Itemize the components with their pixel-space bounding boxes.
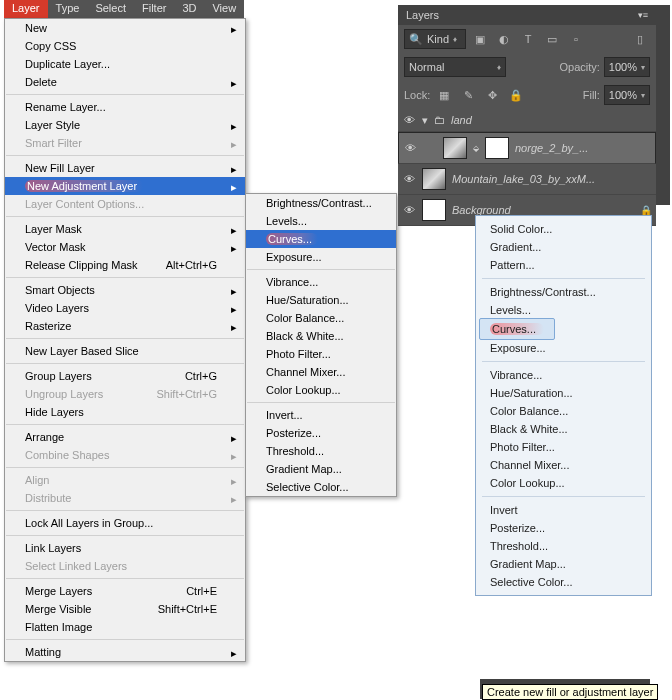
expand-icon[interactable]: ▾ (422, 114, 428, 127)
layer-thumbnail[interactable] (422, 199, 446, 221)
layer-thumbnail[interactable] (422, 168, 446, 190)
menu-item[interactable]: Threshold... (246, 442, 396, 460)
adjustment-item[interactable]: Solid Color... (476, 220, 651, 238)
menu-item[interactable]: New▸ (5, 19, 245, 37)
lock-all-icon[interactable]: 🔒 (506, 86, 526, 104)
layer-name[interactable]: Mountain_lake_03_by_xxM... (452, 173, 652, 185)
menu-item[interactable]: Delete▸ (5, 73, 245, 91)
layer-name[interactable]: norge_2_by_... (515, 142, 651, 154)
menu-item[interactable]: Selective Color... (246, 478, 396, 496)
adjustment-item[interactable]: Color Balance... (476, 402, 651, 420)
adjustment-item[interactable]: Selective Color... (476, 573, 651, 591)
adjustment-item[interactable]: Channel Mixer... (476, 456, 651, 474)
menu-item[interactable]: Hue/Saturation... (246, 291, 396, 309)
menubar-item-3d[interactable]: 3D (174, 0, 204, 18)
menu-item[interactable]: Curves... (246, 230, 396, 248)
menubar-item-type[interactable]: Type (48, 0, 88, 18)
mask-thumbnail[interactable] (485, 137, 509, 159)
menu-item[interactable]: Black & White... (246, 327, 396, 345)
menu-item[interactable]: Copy CSS (5, 37, 245, 55)
menu-item[interactable]: Brightness/Contrast... (246, 194, 396, 212)
menu-item-label: Flatten Image (25, 621, 92, 633)
menu-item[interactable]: Merge VisibleShift+Ctrl+E (5, 600, 245, 618)
filter-type-icon[interactable]: T (518, 30, 538, 48)
menu-item[interactable]: Posterize... (246, 424, 396, 442)
menu-item[interactable]: Flatten Image (5, 618, 245, 636)
menu-item[interactable]: New Layer Based Slice (5, 342, 245, 360)
adjustment-item[interactable]: Color Lookup... (476, 474, 651, 492)
menubar-item-view[interactable]: View (204, 0, 244, 18)
menu-item[interactable]: Rename Layer... (5, 98, 245, 116)
panel-menu-icon[interactable]: ▾≡ (638, 10, 648, 20)
visibility-icon[interactable]: 👁 (403, 142, 417, 154)
menu-item[interactable]: Hide Layers (5, 403, 245, 421)
adjustment-item[interactable]: Invert (476, 501, 651, 519)
adjustment-item[interactable]: Threshold... (476, 537, 651, 555)
menu-item[interactable]: Link Layers (5, 539, 245, 557)
adjustment-item[interactable]: Posterize... (476, 519, 651, 537)
adjustment-item[interactable]: Gradient... (476, 238, 651, 256)
lock-pixels-icon[interactable]: ✎ (458, 86, 478, 104)
adjustment-item[interactable]: Brightness/Contrast... (476, 283, 651, 301)
filter-toggle-icon[interactable]: ▯ (630, 30, 650, 48)
layer-row[interactable]: 👁⬙norge_2_by_... (398, 132, 656, 164)
menu-item[interactable]: Arrange▸ (5, 428, 245, 446)
adjustment-item[interactable]: Levels... (476, 301, 651, 319)
adjustment-item[interactable]: Gradient Map... (476, 555, 651, 573)
adjustment-item[interactable]: Exposure... (476, 339, 651, 357)
blend-mode-select[interactable]: Normal♦ (404, 57, 506, 77)
menu-item[interactable]: Levels... (246, 212, 396, 230)
visibility-icon[interactable]: 👁 (402, 204, 416, 216)
menu-item[interactable]: New Adjustment Layer▸ (5, 177, 245, 195)
adjustment-item[interactable]: Photo Filter... (476, 438, 651, 456)
menu-item[interactable]: New Fill Layer▸ (5, 159, 245, 177)
menu-item[interactable]: Rasterize▸ (5, 317, 245, 335)
adjustment-item[interactable]: Black & White... (476, 420, 651, 438)
lock-position-icon[interactable]: ✥ (482, 86, 502, 104)
menu-item[interactable]: Matting▸ (5, 643, 245, 661)
menu-item[interactable]: Gradient Map... (246, 460, 396, 478)
filter-smart-icon[interactable]: ▫ (566, 30, 586, 48)
layer-name[interactable]: land (451, 114, 652, 126)
menu-item[interactable]: Video Layers▸ (5, 299, 245, 317)
menu-item[interactable]: Duplicate Layer... (5, 55, 245, 73)
menu-item[interactable]: Channel Mixer... (246, 363, 396, 381)
menu-item[interactable]: Layer Mask▸ (5, 220, 245, 238)
menu-separator (247, 402, 395, 403)
adjustment-item[interactable]: Vibrance... (476, 366, 651, 384)
menu-item[interactable]: Smart Objects▸ (5, 281, 245, 299)
menu-item[interactable]: Color Balance... (246, 309, 396, 327)
menu-item[interactable]: Lock All Layers in Group... (5, 514, 245, 532)
menu-item[interactable]: Merge LayersCtrl+E (5, 582, 245, 600)
adjustment-item[interactable]: Curves... (479, 318, 555, 340)
filter-shape-icon[interactable]: ▭ (542, 30, 562, 48)
menu-item[interactable]: Vibrance... (246, 273, 396, 291)
adjustment-item[interactable]: Hue/Saturation... (476, 384, 651, 402)
layer-row[interactable]: 👁▾🗀land (398, 109, 656, 132)
kind-filter[interactable]: 🔍 Kind♦ (404, 29, 466, 49)
layer-row[interactable]: 👁Mountain_lake_03_by_xxM... (398, 164, 656, 195)
menu-item[interactable]: Invert... (246, 406, 396, 424)
menubar-item-select[interactable]: Select (87, 0, 134, 18)
opacity-input[interactable]: 100%▾ (604, 57, 650, 77)
menu-item-label: Channel Mixer... (266, 366, 345, 378)
menu-item[interactable]: Exposure... (246, 248, 396, 266)
menubar-item-filter[interactable]: Filter (134, 0, 174, 18)
visibility-icon[interactable]: 👁 (402, 114, 416, 126)
visibility-icon[interactable]: 👁 (402, 173, 416, 185)
menu-item[interactable]: Group LayersCtrl+G (5, 367, 245, 385)
menu-item[interactable]: Color Lookup... (246, 381, 396, 399)
menu-item[interactable]: Vector Mask▸ (5, 238, 245, 256)
layer-thumbnail[interactable] (443, 137, 467, 159)
fill-input[interactable]: 100%▾ (604, 85, 650, 105)
menu-item[interactable]: Photo Filter... (246, 345, 396, 363)
filter-pixel-icon[interactable]: ▣ (470, 30, 490, 48)
menu-item[interactable]: Layer Style▸ (5, 116, 245, 134)
menubar-item-layer[interactable]: Layer (4, 0, 48, 18)
adjustment-item[interactable]: Pattern... (476, 256, 651, 274)
panel-tab-layers[interactable]: Layers ▾≡ (398, 5, 656, 25)
mask-link-icon[interactable]: ⬙ (473, 144, 479, 153)
filter-adjustment-icon[interactable]: ◐ (494, 30, 514, 48)
lock-transparent-icon[interactable]: ▦ (434, 86, 454, 104)
menu-item[interactable]: Release Clipping MaskAlt+Ctrl+G (5, 256, 245, 274)
